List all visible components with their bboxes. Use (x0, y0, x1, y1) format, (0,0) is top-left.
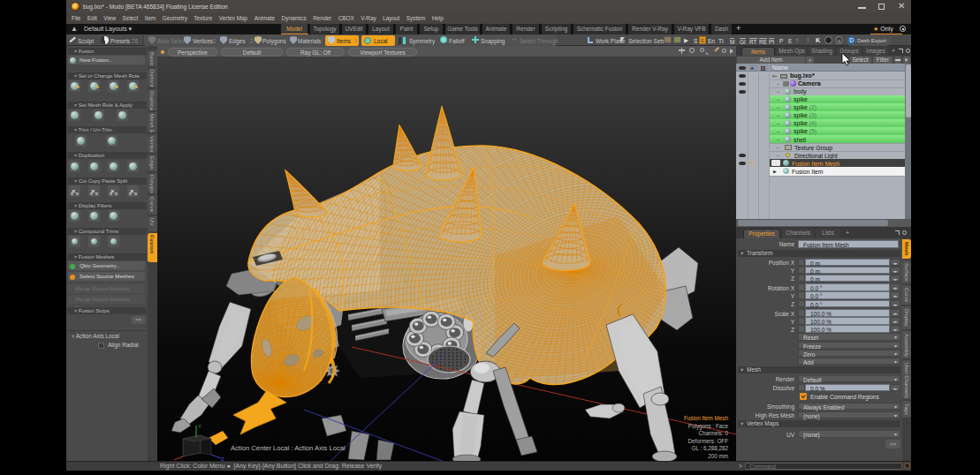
svg-text:200 mm: 200 mm (708, 453, 728, 459)
svg-text:Fusion Item Mesh: Fusion Item Mesh (684, 415, 729, 421)
svg-text:Y: Y (198, 424, 201, 429)
svg-text:Action Center Local : Action A: Action Center Local : Action Axis Local (231, 444, 346, 452)
svg-text:GL : 6,288,282: GL : 6,288,282 (692, 445, 729, 451)
svg-text:Channels: 0: Channels: 0 (698, 430, 728, 436)
svg-text:Polygons : Face: Polygons : Face (688, 423, 729, 430)
svg-text:Deformers: OFF: Deformers: OFF (688, 438, 729, 444)
